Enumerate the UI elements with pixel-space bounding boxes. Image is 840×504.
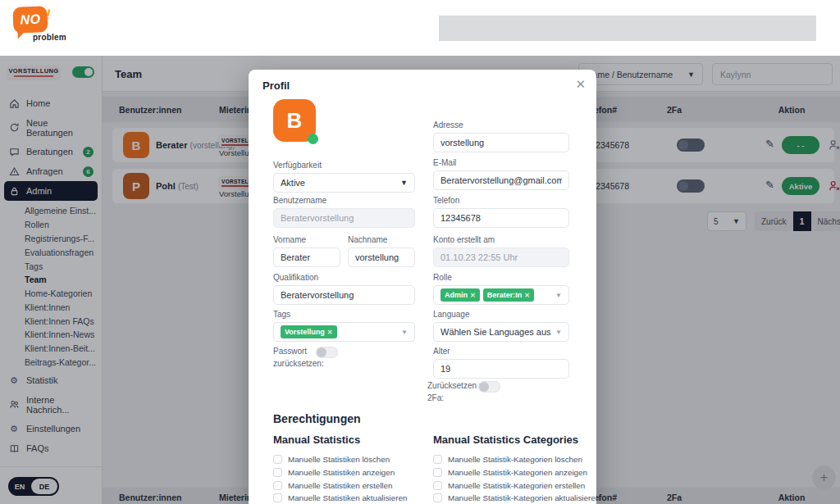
checkbox[interactable] (273, 468, 282, 477)
role-chip[interactable]: Admin✕ (441, 288, 480, 302)
no-problem-logo: NO ! problem (13, 7, 72, 49)
alter-input[interactable] (433, 359, 569, 379)
permission-label: Manuelle Statistiken aktualisieren (288, 493, 407, 502)
vorname-input[interactable] (273, 247, 340, 267)
logo-no-text: NO (20, 12, 41, 28)
logo-problem-text: problem (33, 33, 66, 42)
field-telefon: Telefon (433, 196, 569, 228)
field-konto-erstellt: Konto erstellt am (433, 235, 569, 267)
permission-label: Manuelle Statistik-Kategorien anzeigen (448, 468, 587, 477)
checkbox[interactable] (273, 481, 282, 490)
field-benutzername: Benutzername (273, 196, 415, 228)
permission-row[interactable]: Manuelle Statistiken löschen (273, 453, 425, 466)
field-label: 2Fa: (427, 393, 567, 402)
field-label: Vorname (273, 235, 340, 244)
remove-chip-icon[interactable]: ✕ (524, 292, 530, 299)
permission-label: Manuelle Statistik-Kategorien erstellen (448, 481, 585, 490)
language-select[interactable]: Wählen Sie Languages aus▼ (433, 322, 569, 342)
permission-row[interactable]: Manuelle Statistik-Kategorien anzeigen (433, 466, 591, 479)
nachname-input[interactable] (348, 247, 415, 267)
field-label: Tags (273, 310, 415, 319)
field-2fa-reset: Zurücksetzen 2Fa: (427, 381, 567, 406)
chevron-down-icon: ▼ (555, 329, 562, 336)
passwort-reset-toggle[interactable] (316, 347, 338, 358)
field-label: Qualifikation (273, 273, 415, 282)
avatar-letter: B (287, 108, 303, 134)
checkbox[interactable] (433, 468, 442, 477)
field-vorname: Vorname (273, 235, 340, 267)
permission-label: Manuelle Statistik-Kategorien löschen (448, 455, 582, 464)
permission-label: Manuelle Statistiken löschen (288, 455, 390, 464)
field-rolle: Rolle Admin✕ Berater:In✕ ▼ (433, 273, 569, 305)
field-verfuegbarkeit: Verfügbarkeit Aktive▼ (273, 161, 415, 193)
field-label: Verfügbarkeit (273, 161, 415, 170)
permission-row[interactable]: Manuelle Statistiken erstellen (273, 479, 425, 492)
modal-title: Profil (262, 79, 290, 92)
profile-modal: Profil ✕ B Verfügbarkeit Aktive▼ Benutze… (249, 70, 596, 504)
logo-bubble-icon: NO (12, 6, 48, 33)
field-label: Passwort (273, 347, 415, 356)
permission-row[interactable]: Manuelle Statistik-Kategorien erstellen (433, 479, 591, 492)
checkbox[interactable] (273, 493, 282, 502)
checkbox[interactable] (433, 455, 442, 464)
permission-group-manual-statistics: Manual Statistics Manuelle Statistiken l… (273, 434, 425, 504)
field-label: Telefon (433, 196, 569, 205)
konto-erstellt-input (433, 247, 569, 267)
adresse-input[interactable] (433, 133, 569, 152)
2fa-reset-toggle[interactable] (478, 381, 500, 393)
top-header: NO ! problem (0, 0, 840, 56)
chevron-down-icon: ▼ (401, 329, 408, 336)
permissions-title: Berechtigungen (273, 412, 361, 425)
checkbox[interactable] (273, 455, 282, 464)
permission-row[interactable]: Manuelle Statistiken aktualisieren (273, 492, 425, 504)
permission-group-title: Manual Statistics (273, 434, 425, 446)
chip-label: Admin (445, 291, 468, 299)
remove-chip-icon[interactable]: ✕ (327, 329, 333, 336)
benutzername-input (273, 208, 415, 228)
tags-multiselect[interactable]: Vorstellung✕ ▼ (273, 322, 415, 342)
field-label: Konto erstellt am (433, 235, 569, 244)
checkbox[interactable] (433, 493, 442, 502)
field-email: E-Mail (433, 158, 569, 190)
tag-chip[interactable]: Vorstellung✕ (281, 325, 337, 338)
select-value: Aktive (281, 178, 305, 188)
permission-row[interactable]: Manuelle Statistik-Kategorien aktualisie… (433, 492, 591, 504)
field-qualifikation: Qualifikation (273, 273, 415, 305)
field-nachname: Nachname (348, 235, 415, 267)
checkbox[interactable] (433, 481, 442, 490)
permission-row[interactable]: Manuelle Statistik-Kategorien löschen (433, 453, 591, 466)
field-label: Nachname (348, 235, 415, 244)
field-label: Adresse (433, 120, 569, 129)
field-label: Rolle (433, 273, 569, 282)
email-input[interactable] (433, 170, 569, 190)
field-adresse: Adresse (433, 120, 569, 152)
verfuegbarkeit-select[interactable]: Aktive▼ (273, 173, 415, 193)
field-label: Alter (433, 347, 569, 356)
header-placeholder-box (439, 16, 816, 41)
telefon-input[interactable] (433, 208, 569, 228)
permission-label: Manuelle Statistiken erstellen (288, 481, 392, 490)
permission-group-title: Manual Statistics Categories (433, 434, 591, 446)
chevron-down-icon: ▼ (555, 292, 562, 299)
field-alter: Alter (433, 347, 569, 379)
field-tags: Tags Vorstellung✕ ▼ (273, 310, 415, 342)
field-label: Benutzername (273, 196, 415, 205)
permission-label: Manuelle Statistik-Kategorien aktualisie… (448, 493, 600, 502)
rolle-multiselect[interactable]: Admin✕ Berater:In✕ ▼ (433, 285, 569, 305)
chevron-down-icon: ▼ (400, 179, 408, 187)
chip-label: Vorstellung (285, 328, 325, 336)
permission-label: Manuelle Statistiken anzeigen (288, 468, 395, 477)
chip-label: Berater:In (487, 291, 523, 299)
select-value: Wählen Sie Languages aus (441, 327, 551, 337)
field-language: Language Wählen Sie Languages aus▼ (433, 310, 569, 342)
role-chip[interactable]: Berater:In✕ (483, 288, 534, 302)
close-icon[interactable]: ✕ (575, 77, 586, 92)
field-passwort-reset: Passwort zurücksetzen: (273, 347, 415, 371)
qualifikation-input[interactable] (273, 285, 415, 305)
permission-group-manual-statistics-categories: Manual Statistics Categories Manuelle St… (433, 434, 591, 504)
remove-chip-icon[interactable]: ✕ (470, 292, 476, 299)
field-label: Language (433, 310, 569, 319)
permission-row[interactable]: Manuelle Statistiken anzeigen (273, 466, 425, 479)
online-status-dot (308, 134, 318, 144)
field-label: zurücksetzen: (273, 359, 415, 368)
